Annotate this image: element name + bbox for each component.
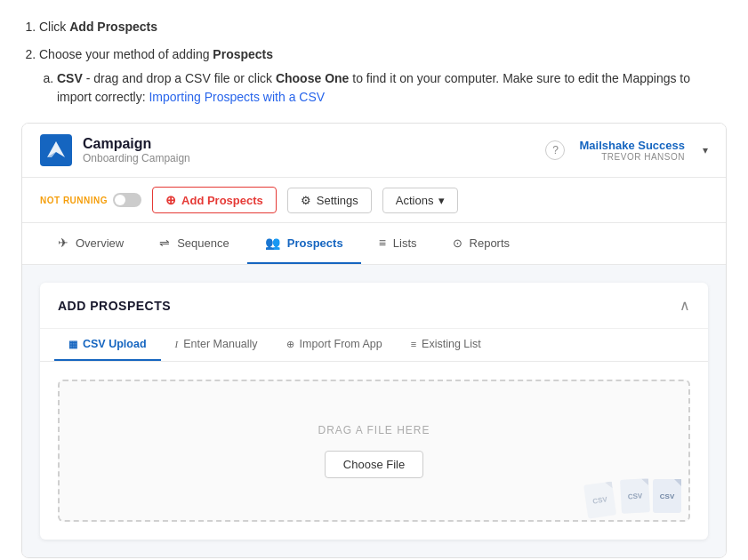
csv-icon-1: CSV <box>583 481 616 518</box>
actions-chevron-icon: ▾ <box>438 194 445 207</box>
help-icon[interactable]: ? <box>545 140 565 160</box>
settings-icon: ⚙ <box>301 194 311 207</box>
step2a-label: CSV <box>57 71 83 85</box>
sub-tab-existing[interactable]: ≡ Existing List <box>397 329 495 361</box>
ui-container: Campaign Onboarding Campaign ? Mailshake… <box>21 123 727 558</box>
tab-prospects[interactable]: 👥 Prospects <box>247 223 361 264</box>
step2a-bold: Choose One <box>276 71 349 85</box>
not-running-label: NOT RUNNING <box>40 196 108 205</box>
settings-button[interactable]: ⚙ Settings <box>287 188 372 213</box>
instruction-step-1: Click Add Prospects <box>39 18 727 36</box>
tab-prospects-label: Prospects <box>287 236 343 250</box>
user-info: Mailshake Success TREVOR HANSON <box>579 139 685 162</box>
add-icon: ⊕ <box>165 193 176 207</box>
lists-icon: ≡ <box>379 236 386 250</box>
csv-icon-2: CSV <box>620 478 650 514</box>
actions-button[interactable]: Actions ▾ <box>382 188 459 213</box>
instructions-block: Click Add Prospects Choose your method o… <box>21 18 727 107</box>
sub-tab-manually[interactable]: I Enter Manually <box>161 329 272 361</box>
user-name: Mailshake Success <box>579 139 685 152</box>
sub-tab-manually-label: Enter Manually <box>183 338 257 350</box>
tab-lists-label: Lists <box>393 236 417 250</box>
existing-icon: ≡ <box>411 339 416 349</box>
instruction-step-2a: CSV - drag and drop a CSV file or click … <box>57 69 727 107</box>
csv-icon: ▦ <box>68 339 77 350</box>
campaign-logo-icon <box>40 134 72 166</box>
tab-overview-label: Overview <box>76 236 124 250</box>
sub-tab-import-label: Import From App <box>300 338 382 350</box>
manually-icon: I <box>175 339 179 349</box>
campaign-info: Campaign Onboarding Campaign <box>83 136 190 164</box>
import-icon: ⊕ <box>286 339 294 350</box>
csv-icon-3: CSV <box>653 479 681 513</box>
overview-icon: ✈ <box>58 236 68 250</box>
choose-file-button[interactable]: Choose File <box>325 451 423 478</box>
sub-tab-csv-label: CSV Upload <box>83 338 147 350</box>
drag-text: DRAG A FILE HERE <box>318 424 430 436</box>
running-toggle[interactable] <box>113 193 141 207</box>
tab-sequence-label: Sequence <box>177 236 229 250</box>
instruction-step-2: Choose your method of adding Prospects C… <box>39 45 727 107</box>
user-sub: TREVOR HANSON <box>579 152 685 162</box>
tab-reports-label: Reports <box>470 236 511 250</box>
campaign-subtitle: Onboarding Campaign <box>83 152 190 164</box>
main-content: ADD PROSPECTS ∧ ▦ CSV Upload I Enter Man… <box>22 265 726 557</box>
tab-overview[interactable]: ✈ Overview <box>40 223 141 264</box>
panel-header: ADD PROSPECTS ∧ <box>40 283 708 329</box>
add-prospects-button[interactable]: ⊕ Add Prospects <box>152 187 277 213</box>
sub-tab-import[interactable]: ⊕ Import From App <box>272 329 397 361</box>
toolbar: NOT RUNNING ⊕ Add Prospects ⚙ Settings A… <box>22 178 726 223</box>
user-dropdown-arrow[interactable]: ▾ <box>703 144 708 156</box>
panel-title: ADD PROSPECTS <box>58 299 171 313</box>
tab-lists[interactable]: ≡ Lists <box>361 223 435 264</box>
tab-sequence[interactable]: ⇌ Sequence <box>141 223 247 264</box>
prospects-icon: 👥 <box>265 236 280 250</box>
step1-bold: Add Prospects <box>69 20 157 34</box>
sub-tab-csv[interactable]: ▦ CSV Upload <box>54 329 161 361</box>
campaign-right: ? Mailshake Success TREVOR HANSON ▾ <box>545 139 708 162</box>
step2-bold: Prospects <box>213 47 273 61</box>
campaign-header: Campaign Onboarding Campaign ? Mailshake… <box>22 124 726 178</box>
reports-icon: ⊙ <box>453 236 462 250</box>
sub-tabs: ▦ CSV Upload I Enter Manually ⊕ Import F… <box>40 329 708 362</box>
campaign-title: Campaign <box>83 136 190 152</box>
csv-link[interactable]: Importing Prospects with a CSV <box>149 90 325 104</box>
sub-tab-existing-label: Existing List <box>422 338 481 350</box>
nav-tabs: ✈ Overview ⇌ Sequence 👥 Prospects ≡ List… <box>22 223 726 265</box>
upload-area: DRAG A FILE HERE Choose File CSV CSV CSV <box>58 380 690 522</box>
csv-icons: CSV CSV CSV <box>589 479 681 513</box>
panel-collapse-button[interactable]: ∧ <box>680 297 690 314</box>
campaign-left: Campaign Onboarding Campaign <box>40 134 190 166</box>
not-running-badge: NOT RUNNING <box>40 193 141 207</box>
sequence-icon: ⇌ <box>159 236 170 250</box>
tab-reports[interactable]: ⊙ Reports <box>435 224 528 264</box>
add-prospects-panel: ADD PROSPECTS ∧ ▦ CSV Upload I Enter Man… <box>40 283 708 540</box>
